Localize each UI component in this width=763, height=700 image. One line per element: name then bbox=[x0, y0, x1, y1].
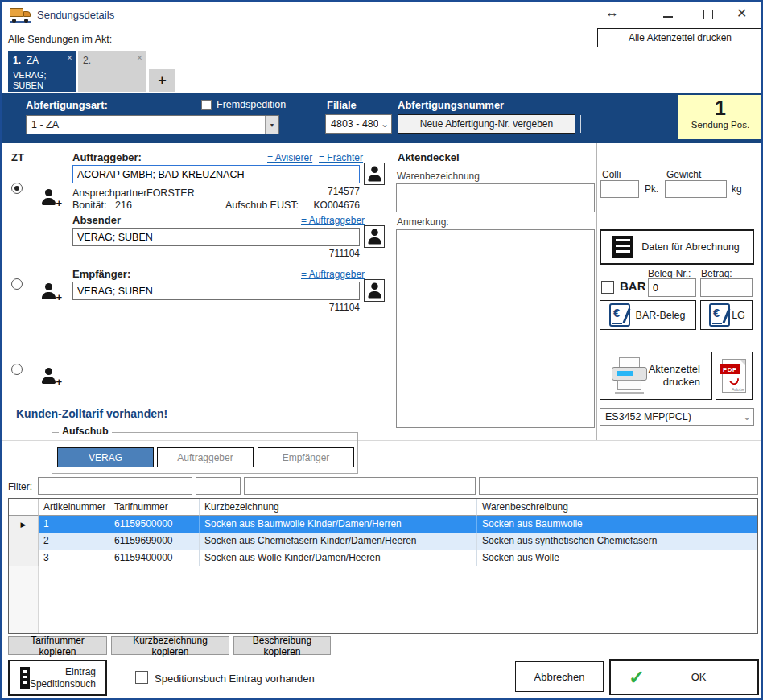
betrag-label: Betrag: bbox=[701, 268, 732, 279]
table-row[interactable]: 3 61159400000 Socken aus Wolle Kinder/Da… bbox=[9, 550, 757, 566]
aufschub-auftraggeber-button[interactable]: Auftraggeber bbox=[157, 447, 254, 467]
resize-icon[interactable]: ↔ bbox=[605, 5, 619, 21]
fremdspedition-checkbox[interactable] bbox=[201, 100, 212, 110]
auftraggeber-input[interactable] bbox=[72, 165, 360, 183]
bar-checkbox[interactable] bbox=[601, 281, 614, 294]
aufschub-empfaenger-button[interactable]: Empfänger bbox=[258, 447, 354, 467]
beleg-nr-input[interactable] bbox=[648, 278, 696, 297]
warenbezeichnung-input[interactable] bbox=[396, 183, 595, 212]
filter-input-2[interactable] bbox=[196, 477, 241, 495]
maximize-button[interactable] bbox=[703, 10, 713, 19]
table-row[interactable]: 2 61159699000 Socken aus Chemiefasern Ki… bbox=[9, 533, 757, 550]
bonitaet-label: Bonität: bbox=[72, 200, 106, 211]
empfaenger-auftraggeber-link[interactable]: = Auftraggeber bbox=[301, 269, 365, 280]
betrag-input[interactable] bbox=[700, 278, 753, 297]
cell-kurzbezeichnung: Socken aus Chemiefasern Kinder/Damen/Hee… bbox=[200, 533, 477, 550]
daten-fuer-abrechnung-button[interactable]: Daten für Abrechnung bbox=[600, 229, 754, 265]
abfertigungsart-dropdown-icon[interactable]: ▼ bbox=[265, 116, 278, 134]
cell-tarifnummer: 61159400000 bbox=[109, 550, 200, 566]
aktenzettel-drucken-button[interactable]: Aktenzetteldrucken bbox=[600, 352, 712, 400]
bar-beleg-button[interactable]: € BAR-Beleg bbox=[600, 300, 696, 330]
minimize-button[interactable] bbox=[663, 16, 673, 18]
abfertigungsnummer-label: Abfertigungsnummer bbox=[398, 99, 504, 111]
beleg-nr-label: Beleg-Nr.: bbox=[648, 268, 691, 279]
selector-column-strip bbox=[9, 566, 39, 634]
printer-select[interactable]: ES3452 MFP(PCL) ⌄ bbox=[600, 408, 754, 426]
zt-radio-absender[interactable] bbox=[11, 278, 23, 290]
col-header-kurzbezeichnung[interactable]: Kurzbezeichnung bbox=[200, 499, 477, 516]
filter-input-3[interactable] bbox=[244, 477, 476, 495]
auftraggeber-label: Auftraggeber: bbox=[72, 151, 142, 163]
aufschub-eust-value: KO004676 bbox=[295, 200, 360, 211]
anmerkung-textarea[interactable] bbox=[396, 229, 595, 428]
list-icon bbox=[20, 667, 30, 689]
empfaenger-label: Empfänger: bbox=[72, 268, 130, 280]
empfaenger-person-button[interactable] bbox=[364, 279, 385, 302]
abfertigungsart-select[interactable]: 1 - ZA ▼ bbox=[26, 115, 279, 134]
euro-doc-icon: € bbox=[609, 303, 630, 327]
app-truck-icon bbox=[10, 7, 32, 23]
cell-kurzbezeichnung: Socken aus Wolle Kinder/Damen/Heeren bbox=[200, 550, 477, 566]
col-header-artikelnummer[interactable]: Artikelnummer bbox=[39, 499, 109, 516]
filiale-label: Filiale bbox=[327, 99, 357, 111]
cell-artikelnummer: 2 bbox=[39, 533, 109, 550]
speditionsbuch-checkbox[interactable] bbox=[135, 671, 148, 684]
tab1-line2: VERAG; bbox=[13, 70, 47, 80]
add-person-icon-auftraggeber[interactable]: + bbox=[40, 189, 56, 205]
tab-shipment-1[interactable]: 1. ZA × VERAG; SUBEN bbox=[8, 51, 76, 92]
abbrechen-button[interactable]: Abbrechen bbox=[515, 661, 604, 692]
lg-button[interactable]: € LG bbox=[700, 300, 753, 330]
auftraggeber-person-button[interactable] bbox=[364, 163, 385, 185]
eintrag-speditionsbuch-button[interactable]: EintragSpeditionsbuch bbox=[8, 660, 107, 696]
print-all-aktenzettel-button[interactable]: Alle Aktenzettel drucken bbox=[597, 28, 763, 47]
avisierer-link[interactable]: = Avisierer bbox=[267, 152, 312, 163]
ok-button[interactable]: ✓ OK bbox=[609, 659, 759, 695]
aktendeckel-title: Aktendeckel bbox=[398, 151, 460, 163]
filter-input-1[interactable] bbox=[38, 477, 192, 495]
tab-shipment-2[interactable]: 2. × bbox=[78, 51, 146, 92]
copy-beschreibung-button[interactable]: Beschreibung kopieren bbox=[233, 636, 331, 655]
cell-artikelnummer: 3 bbox=[39, 550, 109, 566]
absender-input[interactable] bbox=[72, 228, 360, 246]
col-header-tarifnummer[interactable]: Tarifnummer bbox=[109, 499, 200, 516]
aufschub-group: Aufschub VERAG Auftraggeber Empfänger bbox=[52, 432, 358, 474]
fraechter-link[interactable]: = Frächter bbox=[319, 152, 363, 163]
zt-radio-empfaenger[interactable] bbox=[11, 364, 23, 375]
copy-tarifnummer-button[interactable]: Tarifnummer kopieren bbox=[8, 636, 107, 655]
aufschub-verag-button[interactable]: VERAG bbox=[57, 447, 154, 467]
bar-label: BAR bbox=[620, 279, 646, 293]
tab1-close-icon[interactable]: × bbox=[67, 53, 72, 63]
tab1-code: ZA bbox=[27, 55, 39, 66]
divider-mid-right bbox=[596, 143, 597, 440]
anmerkung-label: Anmerkung: bbox=[397, 216, 449, 228]
copy-kurzbezeichnung-button[interactable]: Kurzbezeichnung kopieren bbox=[111, 636, 229, 655]
absender-auftraggeber-link[interactable]: = Auftraggeber bbox=[301, 215, 365, 226]
add-tab-button[interactable]: + bbox=[149, 69, 175, 92]
printer-chevron-icon[interactable]: ⌄ bbox=[740, 413, 753, 421]
close-button[interactable]: ✕ bbox=[736, 6, 747, 21]
zt-radio-auftraggeber[interactable] bbox=[11, 183, 23, 194]
gewicht-input[interactable] bbox=[665, 180, 727, 198]
colli-input[interactable] bbox=[600, 180, 639, 198]
table-row[interactable]: ▶ 1 61159500000 Socken aus Baumwolle Kin… bbox=[9, 516, 757, 533]
divider-left-mid bbox=[390, 143, 390, 440]
current-row-arrow-icon: ▶ bbox=[21, 521, 27, 529]
cell-artikelnummer: 1 bbox=[39, 516, 109, 533]
add-person-icon-empfaenger[interactable]: + bbox=[40, 368, 56, 384]
neue-abfertigung-button[interactable]: Neue Abfertigung-Nr. vergeben bbox=[398, 114, 575, 134]
filiale-select[interactable]: 4803 - 480 ⌄ bbox=[325, 114, 392, 134]
kg-label: kg bbox=[732, 183, 742, 195]
col-header-warenbeschreibung[interactable]: Warenbeschreibung bbox=[477, 499, 758, 516]
absender-number: 711104 bbox=[295, 248, 360, 259]
add-person-icon-absender[interactable]: + bbox=[40, 283, 56, 299]
absender-person-button[interactable] bbox=[364, 225, 385, 248]
list-icon bbox=[612, 236, 633, 258]
zt-label: ZT bbox=[11, 151, 24, 163]
auftraggeber-number: 714577 bbox=[295, 186, 360, 197]
filiale-chevron-icon[interactable]: ⌄ bbox=[378, 120, 391, 128]
filter-input-4[interactable] bbox=[479, 477, 758, 495]
tab2-close-icon[interactable]: × bbox=[137, 53, 142, 63]
empfaenger-input[interactable] bbox=[72, 282, 360, 300]
printer-icon bbox=[610, 357, 649, 394]
pdf-button[interactable]: PDF Adobe bbox=[716, 352, 753, 400]
